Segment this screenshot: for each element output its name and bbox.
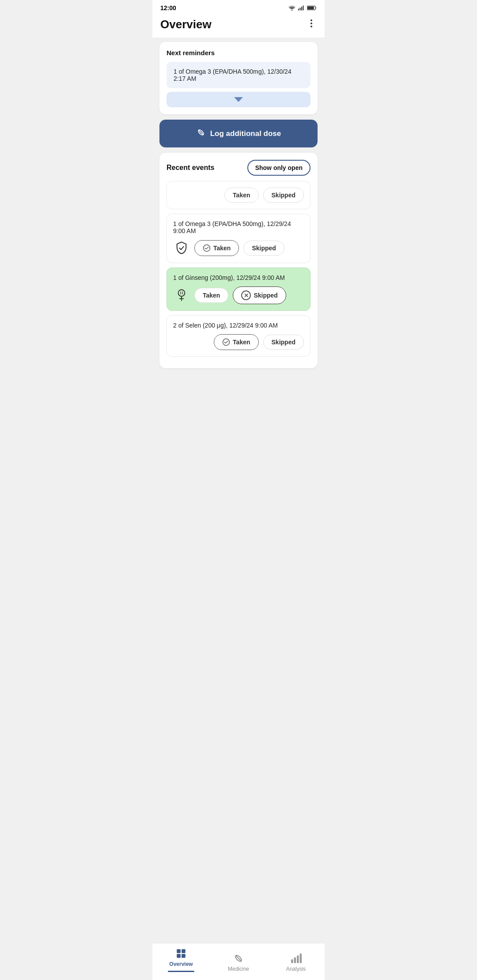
svg-point-8: [310, 23, 312, 24]
log-dose-label: Log additional dose: [210, 129, 281, 138]
partial-taken-label: Taken: [233, 192, 250, 199]
event2-skipped-label: Skipped: [254, 292, 277, 299]
female-icon: [173, 287, 190, 304]
event-actions-selen: Taken Skipped: [173, 334, 304, 350]
event1-skipped-button[interactable]: Skipped: [243, 241, 284, 256]
partial-taken-button[interactable]: Taken: [224, 188, 258, 203]
partial-skipped-button[interactable]: Skipped: [263, 188, 304, 203]
status-bar: 12:00: [152, 0, 325, 14]
battery-icon: [307, 5, 317, 11]
recent-events-card: Recent events Show only open Taken Skipp…: [159, 153, 318, 368]
event1-taken-button[interactable]: Taken: [194, 240, 239, 256]
next-reminders-card: Next reminders 1 of Omega 3 (EPA/DHA 500…: [159, 42, 318, 114]
check-icon: [203, 244, 211, 252]
svg-rect-2: [300, 8, 301, 10]
status-time: 12:00: [160, 4, 176, 11]
event-card-omega3: 1 of Omega 3 (EPA/DHA 500mg), 12/29/24 9…: [167, 214, 310, 263]
event-actions-ginseng: Taken ✕ Skipped: [173, 286, 304, 304]
svg-point-9: [310, 26, 312, 27]
event2-taken-label: Taken: [203, 292, 220, 299]
partial-skipped-label: Skipped: [272, 192, 295, 199]
svg-rect-3: [301, 7, 302, 10]
log-dose-button[interactable]: Log additional dose: [159, 120, 318, 147]
wifi-icon: [288, 5, 295, 11]
event1-skipped-label: Skipped: [252, 245, 276, 252]
event-card-selen: 2 of Selen (200 μg), 12/29/24 9:00 AM Ta…: [167, 315, 310, 357]
event3-skipped-label: Skipped: [272, 339, 295, 346]
show-only-open-button[interactable]: Show only open: [247, 160, 310, 176]
check-icon-selen: [222, 338, 230, 346]
event-name-selen: 2 of Selen (200 μg), 12/29/24 9:00 AM: [173, 322, 304, 329]
svg-point-0: [292, 10, 293, 11]
event3-taken-label: Taken: [233, 339, 250, 346]
top-bar: Overview: [152, 14, 325, 38]
svg-line-11: [199, 130, 203, 135]
partial-event-actions: Taken Skipped: [173, 181, 304, 203]
svg-rect-1: [298, 8, 299, 10]
next-reminders-title: Next reminders: [167, 49, 310, 57]
event-actions-omega3: Taken Skipped: [173, 240, 304, 256]
status-icons: [288, 5, 317, 11]
partial-event-card: Taken Skipped: [167, 181, 310, 209]
chevron-down-icon: [234, 97, 243, 102]
event2-skipped-button[interactable]: ✕ Skipped: [233, 286, 286, 304]
svg-rect-4: [303, 5, 304, 10]
event3-taken-button[interactable]: Taken: [214, 334, 258, 350]
pill-icon: [196, 128, 206, 139]
more-options-button[interactable]: [306, 18, 317, 31]
main-content: Next reminders 1 of Omega 3 (EPA/DHA 500…: [152, 38, 325, 373]
event-card-ginseng: 1 of Ginseng (200mg), 12/29/24 9:00 AM T…: [167, 268, 310, 311]
event3-skipped-button[interactable]: Skipped: [263, 335, 304, 350]
recent-events-header: Recent events Show only open: [167, 160, 310, 176]
shield-icon: [173, 240, 190, 256]
event2-taken-button[interactable]: Taken: [194, 288, 228, 303]
event-name-ginseng: 1 of Ginseng (200mg), 12/29/24 9:00 AM: [173, 274, 304, 281]
svg-point-7: [310, 19, 312, 21]
svg-rect-6: [307, 7, 314, 10]
x-circle-icon: ✕: [241, 290, 251, 300]
recent-events-title: Recent events: [167, 164, 215, 172]
svg-point-13: [178, 290, 185, 296]
signal-icon: [298, 5, 304, 11]
reminder-item-1: 1 of Omega 3 (EPA/DHA 500mg), 12/30/24 2…: [167, 62, 310, 88]
event-name-omega3: 1 of Omega 3 (EPA/DHA 500mg), 12/29/24 9…: [173, 220, 304, 234]
page-title: Overview: [160, 18, 212, 31]
event1-taken-label: Taken: [213, 245, 231, 252]
expand-button[interactable]: [167, 92, 310, 107]
